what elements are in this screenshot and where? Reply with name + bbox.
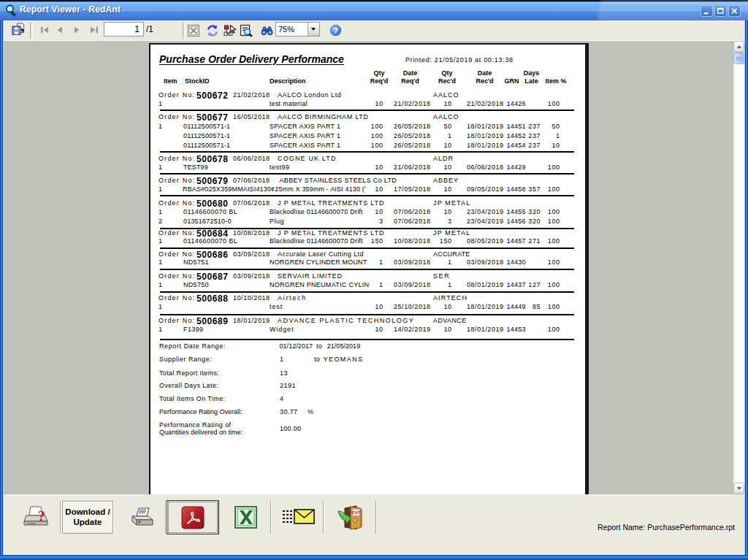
svg-text:EXIT: EXIT <box>352 510 362 515</box>
svg-text:?: ? <box>38 508 45 524</box>
